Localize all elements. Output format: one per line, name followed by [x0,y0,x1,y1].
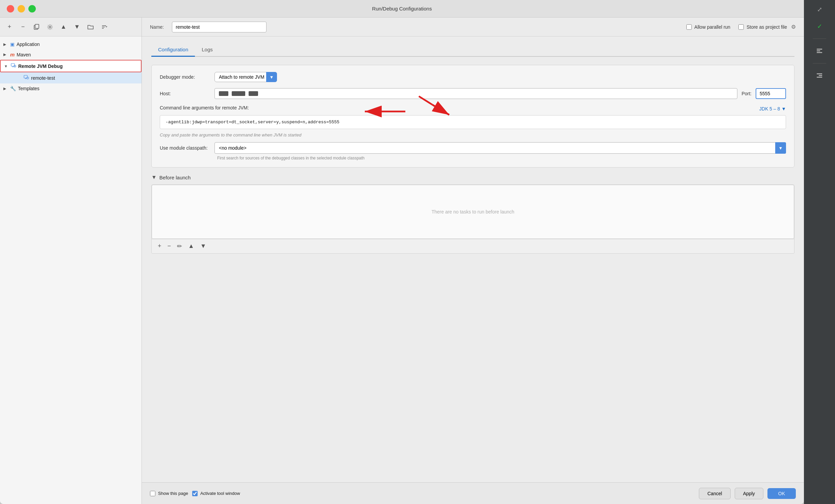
edge-divider-2 [813,63,826,63]
activate-tool-label: Activate tool window [200,491,240,496]
store-as-project-file-group: Store as project file ⚙ [738,24,796,30]
jdk-selector[interactable]: JDK 5 – 8 ▼ [759,106,786,112]
templates-icon: 🔧 [10,86,16,91]
before-launch-empty-text: There are no tasks to run before launch [431,209,514,215]
sort-icon[interactable] [99,22,109,32]
minimize-button[interactable] [18,5,25,13]
sidebar-tree: ▶ ▣ Application ▶ m Maven ▼ Remote JVM [0,37,142,504]
jdk-selector-arrow: ▼ [781,106,786,112]
allow-parallel-run-checkbox[interactable] [686,24,692,30]
sidebar-item-maven[interactable]: ▶ m Maven [0,49,142,60]
maven-icon: m [10,52,15,57]
module-row: Use module classpath: <no module> ▼ [160,142,786,154]
edge-icon-check[interactable]: ✓ [811,20,828,33]
name-input[interactable] [172,22,266,33]
sidebar-toolbar: + − ▲ ▼ [0,18,142,37]
svg-rect-16 [817,77,822,78]
debugger-mode-select[interactable]: Attach to remote JVM [215,72,277,82]
allow-parallel-run-group: Allow parallel run [686,24,731,30]
remote-jvm-icon [11,63,16,69]
remote-test-icon [24,75,29,81]
before-launch-toolbar: + − ✏ ▲ ▼ [152,239,794,253]
name-field-label: Name: [150,24,164,30]
port-input[interactable] [756,88,786,99]
expand-arrow-application: ▶ [3,42,8,47]
folder-icon[interactable] [86,22,95,32]
host-dot-2 [232,91,245,96]
activate-tool-group: Activate tool window [192,491,240,496]
bl-up-icon[interactable]: ▲ [187,242,196,251]
maven-label: Maven [17,52,31,57]
store-as-project-file-label: Store as project file [747,24,787,30]
config-section: Debugger mode: Attach to remote JVM ▼ Ho… [151,65,794,167]
show-page-checkbox[interactable] [150,491,156,496]
bl-remove-icon[interactable]: − [166,242,172,251]
move-up-icon[interactable]: ▲ [59,22,68,32]
show-page-group: Show this page [150,491,188,496]
close-button[interactable] [7,5,14,13]
svg-rect-15 [819,75,822,76]
sidebar-item-application[interactable]: ▶ ▣ Application [0,39,142,49]
tab-logs[interactable]: Logs [195,43,220,57]
cancel-button[interactable]: Cancel [699,488,731,499]
right-header: Name: Allow parallel run Store as projec… [142,18,804,37]
right-panel: Name: Allow parallel run Store as projec… [142,18,804,504]
expand-arrow-maven: ▶ [3,52,8,57]
svg-rect-11 [817,49,822,50]
add-config-icon[interactable]: + [5,22,14,32]
ok-button[interactable]: OK [768,488,796,499]
sidebar-item-remote-test[interactable]: remote-test [0,72,142,83]
move-down-icon[interactable]: ▼ [72,22,82,32]
run-debug-configurations-window: Run/Debug Configurations + − ▲ ▼ [0,0,804,504]
bl-add-icon[interactable]: + [157,242,163,251]
module-select[interactable]: <no module> [215,142,786,154]
use-module-label: Use module classpath: [160,145,210,151]
bl-edit-icon[interactable]: ✏ [176,242,183,251]
remove-config-icon[interactable]: − [18,22,28,32]
svg-rect-1 [35,24,39,28]
sidebar-item-remote-jvm-debug[interactable]: ▼ Remote JVM Debug [0,60,142,72]
module-hint: First search for sources of the debugged… [160,156,786,160]
show-page-label: Show this page [158,491,188,496]
svg-rect-12 [817,51,820,51]
debugger-mode-row: Debugger mode: Attach to remote JVM ▼ [160,72,786,82]
before-launch-container: There are no tasks to run before launch … [151,184,794,254]
remote-jvm-debug-label: Remote JVM Debug [18,63,62,69]
edge-divider-1 [813,39,826,39]
debugger-mode-label: Debugger mode: [160,74,210,80]
edge-icon-align-right[interactable] [811,69,828,82]
settings-config-icon[interactable] [45,22,55,32]
host-input-container[interactable] [215,88,737,99]
host-port-row: Host: Port: [160,88,786,99]
expand-arrow-remote-jvm: ▼ [4,64,9,68]
application-icon: ▣ [10,42,15,47]
port-label: Port: [741,91,752,96]
bl-down-icon[interactable]: ▼ [199,242,208,251]
application-label: Application [17,42,40,47]
cmdline-code-block: -agentlib:jdwp=transport=dt_socket,serve… [160,115,786,129]
edge-icon-expand[interactable]: ⤢ [811,3,828,16]
sidebar: + − ▲ ▼ ▶ [0,18,142,504]
gear-icon[interactable]: ⚙ [791,24,796,30]
edge-panel: ⤢ ✓ [804,0,835,504]
remote-test-label: remote-test [31,75,55,81]
host-dot-3 [249,91,258,96]
main-layout: + − ▲ ▼ ▶ [0,18,804,504]
window-title: Run/Debug Configurations [372,6,432,12]
copy-config-icon[interactable] [32,22,41,32]
before-launch-box: There are no tasks to run before launch [152,185,794,239]
edge-icon-align-left[interactable] [811,45,828,57]
apply-button[interactable]: Apply [735,488,763,499]
before-launch-arrow-icon[interactable]: ▼ [151,174,157,180]
svg-rect-14 [817,73,822,74]
tab-configuration[interactable]: Configuration [151,43,195,57]
cmdline-hint: Copy and paste the arguments to the comm… [160,133,786,138]
activate-tool-checkbox[interactable] [192,491,198,496]
cmdline-label: Command line arguments for remote JVM: [160,105,249,110]
allow-parallel-run-label: Allow parallel run [694,24,731,30]
before-launch-header: ▼ Before launch [151,174,794,180]
maximize-button[interactable] [28,5,36,13]
titlebar: Run/Debug Configurations [0,0,804,18]
store-as-project-file-checkbox[interactable] [738,24,744,30]
sidebar-item-templates[interactable]: ▶ 🔧 Templates [0,83,142,94]
